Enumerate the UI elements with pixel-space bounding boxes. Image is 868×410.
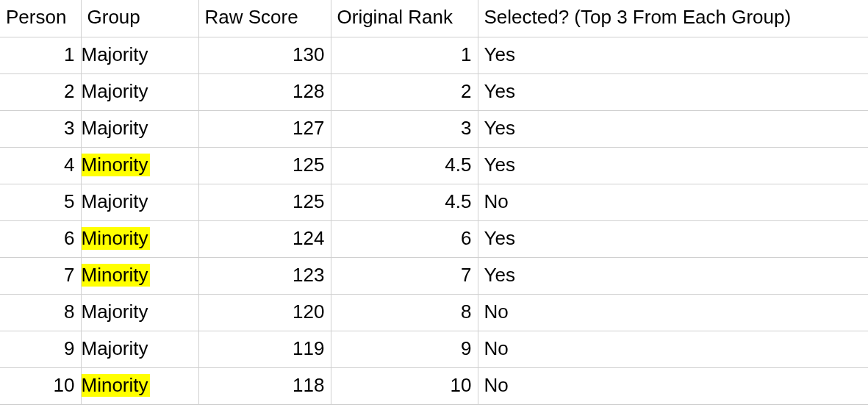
cell-person: 10 <box>0 367 81 404</box>
table-row: 6 Minority 124 6 Yes <box>0 220 868 257</box>
cell-group: Minority <box>81 220 198 257</box>
cell-rank: 6 <box>331 220 478 257</box>
table-row: 4 Minority 125 4.5 Yes <box>0 147 868 184</box>
group-label: Minority <box>82 227 150 250</box>
cell-group: Majority <box>81 331 198 367</box>
col-person: Person <box>0 0 81 37</box>
group-label: Minority <box>82 154 150 176</box>
table-row: 1 Majority 130 1 Yes <box>0 37 868 73</box>
cell-selected: No <box>478 294 868 331</box>
group-label: Majority <box>82 80 148 102</box>
cell-person: 9 <box>0 331 81 367</box>
table-row: 5 Majority 125 4.5 No <box>0 184 868 220</box>
cell-score: 127 <box>198 110 331 147</box>
cell-group: Majority <box>81 110 198 147</box>
cell-rank: 10 <box>331 367 478 404</box>
cell-person: 1 <box>0 37 81 73</box>
cell-selected: No <box>478 331 868 367</box>
table-row: 8 Majority 120 8 No <box>0 294 868 331</box>
cell-score: 118 <box>198 367 331 404</box>
cell-score: 128 <box>198 73 331 110</box>
cell-rank: 4.5 <box>331 147 478 184</box>
group-label: Majority <box>82 190 148 212</box>
table-row: 9 Majority 119 9 No <box>0 331 868 367</box>
cell-score: 119 <box>198 331 331 367</box>
cell-score: 130 <box>198 37 331 73</box>
table-row: 3 Majority 127 3 Yes <box>0 110 868 147</box>
table-row: 10 Minority 118 10 No <box>0 367 868 404</box>
cell-score: 123 <box>198 257 331 294</box>
cell-rank: 8 <box>331 294 478 331</box>
cell-group: Majority <box>81 184 198 220</box>
cell-person: 5 <box>0 184 81 220</box>
cell-selected: Yes <box>478 110 868 147</box>
cell-selected: No <box>478 184 868 220</box>
cell-score: 124 <box>198 220 331 257</box>
cell-selected: Yes <box>478 147 868 184</box>
cell-person: 7 <box>0 257 81 294</box>
table-body: 1 Majority 130 1 Yes 2 Majority 128 2 Ye… <box>0 37 868 404</box>
cell-selected: Yes <box>478 220 868 257</box>
cell-group: Minority <box>81 147 198 184</box>
cell-score: 125 <box>198 184 331 220</box>
cell-group: Majority <box>81 37 198 73</box>
cell-score: 120 <box>198 294 331 331</box>
cell-person: 3 <box>0 110 81 147</box>
cell-group: Majority <box>81 294 198 331</box>
cell-group: Minority <box>81 257 198 294</box>
col-rank: Original Rank <box>331 0 478 37</box>
group-label: Majority <box>82 301 148 323</box>
header-row: Person Group Raw Score Original Rank Sel… <box>0 0 868 37</box>
group-label: Majority <box>82 117 148 139</box>
cell-selected: Yes <box>478 73 868 110</box>
cell-rank: 3 <box>331 110 478 147</box>
col-score: Raw Score <box>198 0 331 37</box>
cell-rank: 4.5 <box>331 184 478 220</box>
cell-person: 4 <box>0 147 81 184</box>
cell-score: 125 <box>198 147 331 184</box>
group-label: Majority <box>82 43 148 65</box>
cell-group: Minority <box>81 367 198 404</box>
table-row: 7 Minority 123 7 Yes <box>0 257 868 294</box>
cell-rank: 1 <box>331 37 478 73</box>
cell-person: 8 <box>0 294 81 331</box>
table-row: 2 Majority 128 2 Yes <box>0 73 868 110</box>
cell-rank: 2 <box>331 73 478 110</box>
group-label: Minority <box>82 264 150 287</box>
cell-selected: No <box>478 367 868 404</box>
cell-person: 2 <box>0 73 81 110</box>
cell-person: 6 <box>0 220 81 257</box>
cell-selected: Yes <box>478 257 868 294</box>
cell-selected: Yes <box>478 37 868 73</box>
group-label: Minority <box>82 374 150 397</box>
group-label: Majority <box>82 337 148 359</box>
cell-rank: 9 <box>331 331 478 367</box>
cell-rank: 7 <box>331 257 478 294</box>
cell-group: Majority <box>81 73 198 110</box>
col-group: Group <box>81 0 198 37</box>
col-selected: Selected? (Top 3 From Each Group) <box>478 0 868 37</box>
data-table: Person Group Raw Score Original Rank Sel… <box>0 0 868 405</box>
